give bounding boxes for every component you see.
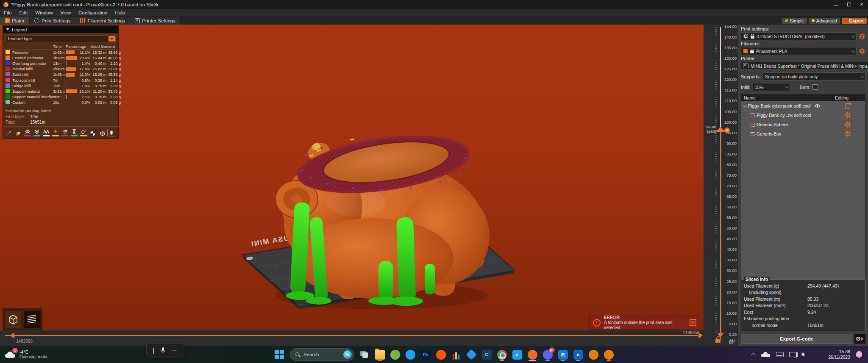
seams-icon[interactable] <box>42 129 50 136</box>
prusaslicer-logo-icon <box>3 2 8 7</box>
object-row-child[interactable]: Generic-Box <box>741 129 865 139</box>
moves-slider-right-handle[interactable] <box>698 333 703 338</box>
volume-icon[interactable] <box>801 352 804 357</box>
center-of-mass-icon[interactable] <box>89 129 97 136</box>
gcode-quick-export-button[interactable]: G <box>854 334 865 344</box>
clock[interactable]: 15:38 26/11/2023 <box>828 349 850 360</box>
layer-slider-handle-bar[interactable] <box>716 130 725 132</box>
filament-color-swatch <box>743 49 748 54</box>
blue-diamond-app-icon[interactable] <box>466 348 476 361</box>
ms-store-icon[interactable]: ⊞ <box>558 348 568 361</box>
supports-select[interactable]: Support on build plate only <box>763 72 865 80</box>
menu-help[interactable]: Help <box>111 9 129 16</box>
object-editing-icon[interactable] <box>845 103 850 109</box>
error-close-button[interactable]: ✕ <box>690 319 696 326</box>
layer-slider-track-upper[interactable] <box>720 27 721 130</box>
slider-lock-icon[interactable] <box>715 339 721 343</box>
filament-select[interactable]: Prusament PLA <box>741 47 857 55</box>
cider-icon[interactable]: C <box>481 348 492 361</box>
soundcloud-icon[interactable] <box>436 348 446 361</box>
deretractions-icon[interactable] <box>33 129 41 136</box>
menu-edit[interactable]: Edit <box>16 9 32 16</box>
start-button[interactable] <box>275 350 284 359</box>
eye-visible-icon[interactable] <box>814 104 821 108</box>
moves-slider-left-handle[interactable] <box>10 333 14 338</box>
printer-select[interactable]: MINI1 Brainz Superfast * Original Prusa … <box>741 62 868 70</box>
edit-filament-button[interactable] <box>859 48 865 55</box>
tab-printer-settings[interactable]: Printer Settings <box>130 17 181 25</box>
notifications-bell-icon[interactable] <box>856 351 862 357</box>
voice-typing-widget[interactable]: ⋯ <box>146 344 184 357</box>
minimize-button[interactable]: — <box>830 0 843 9</box>
vscode-icon[interactable]: ‹› <box>512 348 522 361</box>
blue-n-app-icon[interactable]: n <box>573 348 583 361</box>
view-type-select[interactable]: Feature type <box>6 35 116 42</box>
add-color-change-button[interactable]: + <box>724 127 730 133</box>
slider-settings-gear-icon[interactable] <box>728 339 734 344</box>
edit-print-settings-button[interactable] <box>859 33 865 40</box>
layer-tick-label: 135.00 <box>724 46 737 50</box>
green-app-icon[interactable] <box>390 348 400 361</box>
menu-file[interactable]: File <box>0 9 16 16</box>
blender2-icon[interactable] <box>604 348 614 361</box>
layer-slider-track-lower[interactable] <box>720 130 721 334</box>
display-cast-icon[interactable] <box>789 352 796 357</box>
twitter-icon[interactable] <box>405 348 415 361</box>
tab-filament-settings[interactable]: Filament Settings <box>75 17 130 25</box>
tab-label: Print Settings <box>42 18 70 23</box>
print-settings-select[interactable]: 0.20mm STRUCTURAL (modified) <box>741 32 857 40</box>
tab-print-settings[interactable]: Print Settings <box>30 17 75 25</box>
keyboard-icon[interactable] <box>776 352 784 357</box>
object-row-child[interactable]: Generic-Sphere <box>741 120 865 129</box>
retractions-icon[interactable] <box>23 129 31 136</box>
mode-simple[interactable]: Simple <box>782 18 807 24</box>
shells-icon[interactable] <box>98 129 106 136</box>
prusaslicer-icon[interactable] <box>527 348 537 361</box>
photoshop-icon[interactable]: Ps <box>420 348 431 361</box>
object-row-root[interactable]: Piggy Bank cyberpunk scifi cool <box>741 101 865 111</box>
3d-viewport[interactable]: PRUSA MINI <box>0 25 704 346</box>
editor-view-button[interactable] <box>5 311 21 328</box>
moves-slider-track[interactable] <box>5 335 698 336</box>
taskbar-search[interactable]: Search b <box>290 348 354 361</box>
infill-select[interactable]: 15% <box>753 83 790 91</box>
legend-pin-icon[interactable] <box>107 129 115 136</box>
legend-row: Internal infill 2h49m 17.8% 25.82 m 77.0… <box>3 67 118 72</box>
close-button[interactable]: ✕ <box>855 0 868 9</box>
onedrive-icon[interactable] <box>761 352 771 357</box>
travels-icon[interactable] <box>5 129 13 136</box>
mode-expert[interactable]: Expert <box>842 18 867 24</box>
legend-header[interactable]: Legend <box>3 26 118 33</box>
menu-window[interactable]: Window <box>31 9 56 16</box>
discord-icon[interactable]: 9+ <box>542 348 553 361</box>
object-settings-gear-icon[interactable] <box>844 112 851 119</box>
error-message: A toolpath outside the print area was de… <box>604 320 686 330</box>
tray-chevron-up-icon[interactable] <box>751 353 756 357</box>
menu-configuration[interactable]: Configuration <box>75 9 111 16</box>
collapse-caret-icon[interactable] <box>743 104 747 108</box>
collapse-triangle-icon <box>6 28 9 30</box>
pause-prints-icon[interactable] <box>70 129 78 136</box>
infill-label: Infill: <box>741 85 751 90</box>
object-settings-gear-icon[interactable] <box>844 121 851 128</box>
custom-gcodes-icon[interactable] <box>79 129 87 136</box>
file-explorer-icon[interactable] <box>375 348 385 361</box>
menu-view[interactable]: View <box>56 9 75 16</box>
color-changes-icon[interactable] <box>61 129 69 136</box>
brim-checkbox[interactable] <box>812 84 818 90</box>
mode-advanced[interactable]: Advanced <box>809 18 840 24</box>
weather-widget[interactable]: 1 -4°C Överväg. moln. <box>0 349 85 360</box>
wipe-icon[interactable] <box>14 129 22 136</box>
preview-view-button[interactable] <box>24 311 40 328</box>
task-view-icon[interactable] <box>359 348 370 361</box>
export-gcode-button[interactable]: Export G-code <box>741 334 852 344</box>
chrome-icon[interactable] <box>497 348 507 361</box>
object-row-child[interactable]: Piggy Bank cy...nk scifi cool <box>741 111 865 120</box>
maximize-button[interactable] <box>843 0 855 9</box>
tab-plater[interactable]: Plater <box>0 17 30 25</box>
blender-icon[interactable] <box>588 348 598 361</box>
equalizer-app-icon[interactable] <box>451 348 461 361</box>
object-settings-gear-icon[interactable] <box>844 130 851 137</box>
layer-tick-label: 65.00 <box>726 194 737 199</box>
tool-changes-icon[interactable] <box>51 129 59 136</box>
